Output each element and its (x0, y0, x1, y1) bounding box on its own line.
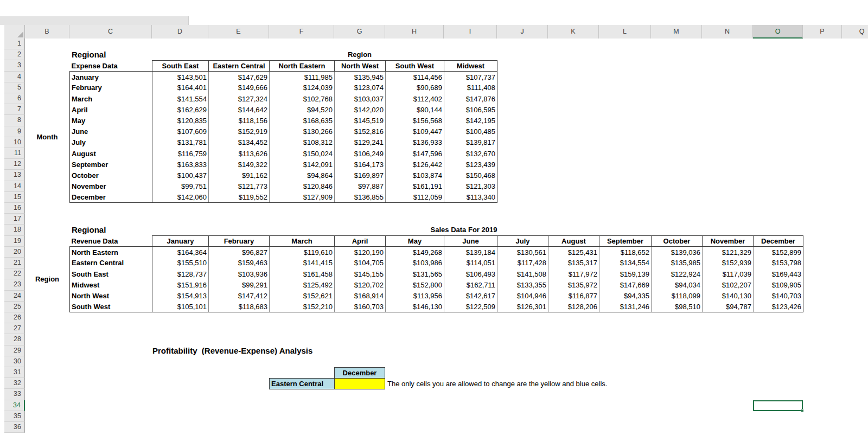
value-cell[interactable]: $152,621 (270, 290, 335, 301)
row-label-cell[interactable]: January (70, 72, 152, 82)
value-cell[interactable]: $132,670 (444, 148, 497, 159)
value-cell[interactable]: $139,036 (652, 247, 703, 258)
column-header-cell[interactable]: August (548, 236, 599, 247)
row-label-cell[interactable]: South East (70, 268, 152, 279)
value-cell[interactable]: $164,173 (335, 159, 386, 170)
value-cell[interactable]: $142,060 (152, 192, 209, 203)
value-cell[interactable]: $116,759 (152, 148, 209, 159)
value-cell[interactable]: $147,629 (209, 72, 270, 82)
expense-table-title-top[interactable]: Regional (72, 49, 106, 60)
value-cell[interactable]: $118,683 (209, 302, 270, 312)
value-cell[interactable]: $91,162 (209, 170, 270, 181)
column-header-H[interactable]: H (385, 25, 444, 39)
value-cell[interactable]: $135,985 (652, 258, 703, 268)
value-cell[interactable]: $147,669 (599, 279, 652, 290)
row-label-cell[interactable]: South West (70, 302, 152, 312)
value-cell[interactable]: $152,899 (754, 247, 803, 258)
row-header-22[interactable]: 22 (4, 268, 25, 279)
row-header-33[interactable]: 33 (4, 389, 25, 400)
value-cell[interactable]: $127,909 (270, 192, 335, 203)
value-cell[interactable]: $94,034 (652, 279, 703, 290)
value-cell[interactable]: $162,629 (152, 104, 209, 115)
value-cell[interactable]: $164,364 (152, 247, 209, 258)
value-cell[interactable]: $94,335 (599, 290, 652, 301)
value-cell[interactable]: $121,303 (444, 181, 497, 192)
value-cell[interactable]: $105,101 (152, 302, 209, 312)
value-cell[interactable]: $142,091 (270, 159, 335, 170)
value-cell[interactable]: $140,130 (703, 290, 754, 301)
value-cell[interactable]: $121,773 (209, 181, 270, 192)
row-header-16[interactable]: 16 (4, 203, 25, 214)
value-cell[interactable]: $152,939 (703, 258, 754, 268)
column-header-cell[interactable]: November (703, 236, 754, 247)
value-cell[interactable]: $130,266 (270, 126, 335, 137)
value-cell[interactable]: $134,452 (209, 137, 270, 148)
value-cell[interactable]: $99,291 (209, 279, 270, 290)
value-cell[interactable]: $128,737 (152, 268, 209, 279)
row-header-3[interactable]: 3 (4, 60, 25, 71)
value-cell[interactable]: $135,945 (335, 72, 386, 82)
value-cell[interactable]: $113,626 (209, 148, 270, 159)
value-cell[interactable]: $121,329 (703, 247, 754, 258)
column-header-cell[interactable]: December (754, 236, 803, 247)
row-header-8[interactable]: 8 (4, 115, 25, 126)
value-cell[interactable]: $94,787 (703, 302, 754, 312)
value-cell[interactable]: $126,301 (497, 302, 548, 312)
table-title-cell[interactable]: Revenue Data (70, 236, 152, 247)
row-header-4[interactable]: 4 (4, 72, 25, 82)
row-header-30[interactable]: 30 (4, 356, 25, 367)
value-cell[interactable]: $169,897 (335, 170, 386, 181)
row-header-34[interactable]: 34 (4, 400, 25, 411)
row-header-19[interactable]: 19 (4, 236, 25, 247)
row-header-2[interactable]: 2 (4, 49, 25, 60)
value-cell[interactable]: $120,846 (270, 181, 335, 192)
row-header-32[interactable]: 32 (4, 378, 25, 389)
row-header-29[interactable]: 29 (4, 345, 25, 356)
value-cell[interactable]: $114,456 (386, 72, 444, 82)
value-cell[interactable]: $169,443 (754, 268, 803, 279)
row-header-31[interactable]: 31 (4, 367, 25, 378)
value-cell[interactable]: $133,355 (497, 279, 548, 290)
value-cell[interactable]: $107,737 (444, 72, 497, 82)
value-cell[interactable]: $135,317 (548, 258, 599, 268)
column-header-O[interactable]: O (753, 25, 803, 39)
value-cell[interactable]: $131,781 (152, 137, 209, 148)
value-cell[interactable]: $118,652 (599, 247, 652, 258)
row-header-24[interactable]: 24 (4, 291, 25, 302)
value-cell[interactable]: $117,428 (497, 258, 548, 268)
row-header-15[interactable]: 15 (4, 192, 25, 203)
value-cell[interactable]: $156,568 (386, 115, 444, 126)
revenue-table-side-label[interactable]: Region (25, 274, 69, 285)
row-label-cell[interactable]: May (70, 115, 152, 126)
value-cell[interactable]: $98,510 (652, 302, 703, 312)
value-cell[interactable]: $119,552 (209, 192, 270, 203)
column-header-P[interactable]: P (803, 25, 842, 39)
value-cell[interactable]: $100,485 (444, 126, 497, 137)
row-header-27[interactable]: 27 (4, 323, 25, 334)
value-cell[interactable]: $154,913 (152, 290, 209, 301)
row-label-cell[interactable]: North West (70, 290, 152, 301)
value-cell[interactable]: $149,268 (386, 247, 444, 258)
row-label-cell[interactable]: October (70, 170, 152, 181)
fill-handle[interactable] (801, 409, 804, 412)
row-label-cell[interactable]: July (70, 137, 152, 148)
value-cell[interactable]: $103,874 (386, 170, 444, 181)
value-cell[interactable]: $150,468 (444, 170, 497, 181)
value-cell[interactable]: $114,051 (444, 258, 497, 268)
value-cell[interactable]: $103,986 (386, 258, 444, 268)
row-header-10[interactable]: 10 (4, 137, 25, 148)
value-cell[interactable]: $120,835 (152, 115, 209, 126)
value-cell[interactable]: $116,877 (548, 290, 599, 301)
value-cell[interactable]: $124,039 (270, 82, 335, 93)
row-label-cell[interactable]: April (70, 104, 152, 115)
value-cell[interactable]: $139,817 (444, 137, 497, 148)
column-header-cell[interactable]: October (652, 236, 703, 247)
column-header-cell[interactable]: March (270, 236, 335, 247)
row-header-35[interactable]: 35 (4, 411, 25, 422)
value-cell[interactable]: $163,833 (152, 159, 209, 170)
value-cell[interactable]: $147,596 (386, 148, 444, 159)
value-cell[interactable]: $149,666 (209, 82, 270, 93)
value-cell[interactable]: $90,689 (386, 82, 444, 93)
row-header-25[interactable]: 25 (4, 302, 25, 312)
column-header-Q[interactable]: Q (842, 25, 868, 39)
